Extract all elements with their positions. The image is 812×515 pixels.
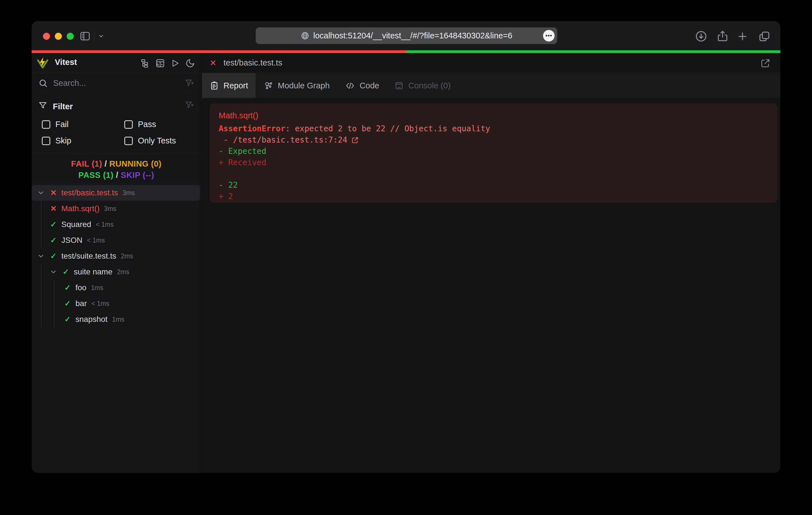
test-status-icon: ✓ <box>47 251 60 261</box>
test-name: JSON <box>61 236 83 245</box>
tab-overview-button[interactable] <box>758 30 771 43</box>
chevron-down-icon[interactable] <box>35 252 47 260</box>
filter-section: Filter Fail Pass Skip <box>32 93 201 153</box>
indent-guide <box>54 296 55 311</box>
minimize-window-button[interactable] <box>55 33 62 40</box>
filter-option-pass[interactable]: Pass <box>124 120 176 129</box>
test-status-icon: ✕ <box>47 188 60 198</box>
app-title: Vitest <box>55 58 77 67</box>
test-name: bar <box>76 299 87 308</box>
diff-line <box>219 168 768 180</box>
filter-option-fail[interactable]: Fail <box>42 120 124 129</box>
clear-filter-icon[interactable] <box>185 100 194 111</box>
dashboard-icon[interactable] <box>155 58 165 68</box>
error-report-panel: Math.sqrt() AssertionError: expected 2 t… <box>210 103 778 203</box>
test-duration: 2ms <box>117 268 129 276</box>
tab-module-graph[interactable]: Module Graph <box>256 73 337 98</box>
tab-console[interactable]: Console (0) <box>387 73 458 98</box>
test-tree-row[interactable]: ✓ JSON < 1ms <box>32 232 200 248</box>
test-tree-row[interactable]: ✓ bar < 1ms <box>32 296 200 311</box>
checkbox-only-tests[interactable] <box>124 137 133 145</box>
test-duration: 3ms <box>123 189 135 197</box>
progress-fail-segment <box>32 50 406 53</box>
diff-line: + 2 <box>219 191 768 202</box>
filter-icon <box>38 101 47 112</box>
test-name: Squared <box>61 220 91 229</box>
tab-group-chevron-icon[interactable] <box>97 33 105 39</box>
tab-report[interactable]: Report <box>202 73 256 98</box>
checkbox-pass[interactable] <box>124 120 133 129</box>
page-menu-button[interactable]: ••• <box>543 30 555 41</box>
test-status-icon: ✕ <box>47 204 60 213</box>
search-input[interactable] <box>53 73 177 93</box>
new-tab-button[interactable] <box>736 30 748 42</box>
sidebar: Vitest <box>32 53 201 473</box>
detail-panel: ✕ test/basic.test.ts Report <box>202 53 780 473</box>
test-status-icon: ✓ <box>61 315 74 324</box>
indent-guide <box>41 201 41 217</box>
report-content: Math.sqrt() AssertionError: expected 2 t… <box>202 98 780 473</box>
close-file-icon[interactable]: ✕ <box>210 58 216 68</box>
test-duration: < 1ms <box>96 221 114 229</box>
chevron-down-icon[interactable] <box>35 189 47 197</box>
test-name: suite name <box>74 267 112 276</box>
filter-option-skip[interactable]: Skip <box>42 136 124 145</box>
close-window-button[interactable] <box>43 33 50 40</box>
test-duration: 1ms <box>112 316 124 323</box>
skip-count: SKIP (--) <box>121 171 154 180</box>
test-tree-row[interactable]: ✓ suite name 2ms <box>32 264 200 280</box>
test-duration: < 1ms <box>91 300 109 307</box>
pass-count: PASS (1) <box>78 171 113 180</box>
test-tree-row[interactable]: ✓ test/suite.test.ts 2ms <box>32 248 200 264</box>
filter-label: Filter <box>53 102 73 111</box>
url-text: localhost:51204/__vitest__/#/?file=16484… <box>313 31 513 40</box>
run-all-icon[interactable] <box>170 58 180 68</box>
browser-toolbar: localhost:51204/__vitest__/#/?file=16484… <box>32 21 780 50</box>
test-status-icon: ✓ <box>47 236 60 245</box>
progress-pass-segment <box>406 50 780 53</box>
zoom-window-button[interactable] <box>67 33 74 40</box>
indent-guide <box>41 280 41 296</box>
diff-line: + Received <box>219 157 768 168</box>
address-bar[interactable]: localhost:51204/__vitest__/#/?file=16484… <box>256 27 557 44</box>
sidebar-header: Vitest <box>32 53 201 73</box>
search-icon <box>38 79 48 89</box>
external-link-icon <box>351 137 359 144</box>
clear-search-filter-icon[interactable] <box>185 79 194 89</box>
test-duration: < 1ms <box>87 237 105 244</box>
test-tree-row[interactable]: ✓ snapshot 1ms <box>32 311 200 327</box>
checkbox-skip[interactable] <box>42 137 50 145</box>
test-tree-row[interactable]: ✓ foo 1ms <box>32 280 200 296</box>
test-status-icon: ✓ <box>61 283 74 292</box>
test-duration: 1ms <box>91 284 103 292</box>
test-tree-row[interactable]: ✓ Squared < 1ms <box>32 217 200 232</box>
share-button[interactable] <box>716 29 729 43</box>
tab-code[interactable]: Code <box>337 73 387 98</box>
vitest-logo-icon <box>36 56 50 71</box>
test-name: snapshot <box>76 315 108 324</box>
indent-guide <box>41 264 41 280</box>
test-duration: 2ms <box>121 252 133 260</box>
chevron-down-icon[interactable] <box>47 268 60 276</box>
test-status-icon: ✓ <box>60 267 72 276</box>
open-in-editor-icon[interactable] <box>760 58 771 70</box>
filter-option-only-tests[interactable]: Only Tests <box>124 136 176 145</box>
dark-mode-icon[interactable] <box>185 58 195 68</box>
indent-guide <box>41 311 41 327</box>
collapse-tests-icon[interactable] <box>140 58 150 68</box>
checkbox-fail[interactable] <box>42 120 50 129</box>
panel-header: ✕ test/basic.test.ts <box>202 53 780 73</box>
sidebar-toggle-icon[interactable] <box>79 30 91 42</box>
test-tree-row[interactable]: ✕ test/basic.test.ts 3ms <box>32 185 200 201</box>
indent-guide <box>54 311 55 327</box>
indent-guide <box>41 217 41 232</box>
failed-test-name: Math.sqrt() <box>219 111 768 121</box>
test-tree-row[interactable]: ✕ Math.sqrt() 3ms <box>32 201 200 217</box>
test-status-icon: ✓ <box>47 220 60 229</box>
test-name: test/basic.test.ts <box>61 188 118 198</box>
downloads-button[interactable] <box>695 30 707 42</box>
indent-guide <box>54 280 55 296</box>
running-count: RUNNING (0) <box>109 159 161 168</box>
open-file-name: test/basic.test.ts <box>224 58 282 67</box>
stack-location-link[interactable]: - /test/basic.test.ts:7:24 <box>219 134 768 146</box>
